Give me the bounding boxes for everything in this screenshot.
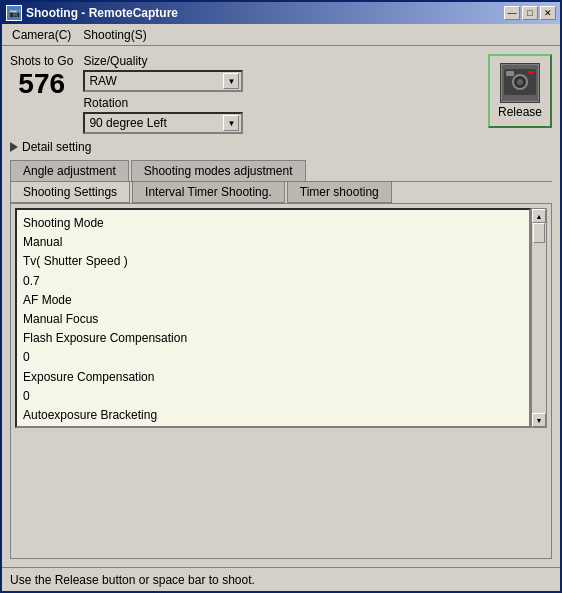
minimize-button[interactable]: —	[504, 6, 520, 20]
setting-value: 0	[23, 425, 523, 428]
title-bar: 📷 Shooting - RemoteCapture — □ ✕	[2, 2, 560, 24]
setting-value: 0	[23, 387, 523, 406]
setting-name: Exposure Compensation	[23, 368, 523, 387]
svg-rect-6	[528, 71, 534, 74]
detail-toggle[interactable]: Detail setting	[10, 140, 552, 154]
setting-value: Manual Focus	[23, 310, 523, 329]
release-button[interactable]: Release	[488, 54, 552, 128]
detail-label: Detail setting	[22, 140, 91, 154]
tab-shooting-settings[interactable]: Shooting Settings	[10, 182, 130, 203]
size-quality-dropdown[interactable]: RAW Large Fine Large Normal ▼	[83, 70, 243, 92]
setting-name: Shooting Mode	[23, 214, 523, 233]
camera-svg	[502, 65, 538, 101]
setting-value: 0.7	[23, 272, 523, 291]
main-window: 📷 Shooting - RemoteCapture — □ ✕ Camera(…	[0, 0, 562, 593]
menu-camera[interactable]: Camera(C)	[6, 26, 77, 44]
size-quality-section: Size/Quality RAW Large Fine Large Normal…	[83, 54, 478, 92]
first-tab-row: Angle adjustment Shooting modes adjustme…	[10, 160, 552, 181]
menu-bar: Camera(C) Shooting(S)	[2, 24, 560, 46]
shots-value: 576	[10, 68, 73, 98]
setting-value: Manual	[23, 233, 523, 252]
scroll-thumb[interactable]	[533, 223, 545, 243]
release-label: Release	[498, 105, 542, 119]
setting-name: AF Mode	[23, 291, 523, 310]
scrollbar[interactable]: ▲ ▼	[531, 208, 547, 428]
rotation-section: Rotation 90 degree Left None 90 degree R…	[83, 96, 478, 134]
shots-label: Shots to Go	[10, 54, 73, 68]
window-title: Shooting - RemoteCapture	[26, 6, 178, 20]
detail-triangle-icon	[10, 142, 18, 152]
tab-interval-timer[interactable]: Interval Timer Shooting.	[132, 182, 285, 203]
setting-value: 0	[23, 348, 523, 367]
svg-point-4	[517, 79, 523, 85]
tab-panel: Shooting Mode ManualTv( Shutter Speed ) …	[10, 203, 552, 559]
setting-name: Flash Exposure Compensation	[23, 329, 523, 348]
setting-name: Autoexposure Bracketing	[23, 406, 523, 425]
top-row: Shots to Go 576 Size/Quality RAW Large F…	[10, 54, 552, 134]
rotation-label: Rotation	[83, 96, 478, 110]
maximize-button[interactable]: □	[522, 6, 538, 20]
rotation-arrow: ▼	[223, 115, 239, 131]
setting-name: Tv( Shutter Speed )	[23, 252, 523, 271]
rotation-dropdown[interactable]: 90 degree Left None 90 degree Right 180 …	[83, 112, 243, 134]
title-buttons: — □ ✕	[504, 6, 556, 20]
settings-list[interactable]: Shooting Mode ManualTv( Shutter Speed ) …	[15, 208, 531, 428]
settings-list-container: Shooting Mode ManualTv( Shutter Speed ) …	[15, 208, 547, 428]
close-button[interactable]: ✕	[540, 6, 556, 20]
app-icon: 📷	[6, 5, 22, 21]
status-bar: Use the Release button or space bar to s…	[2, 567, 560, 591]
title-bar-left: 📷 Shooting - RemoteCapture	[6, 5, 178, 21]
status-text: Use the Release button or space bar to s…	[10, 573, 255, 587]
shots-section: Shots to Go 576	[10, 54, 73, 98]
svg-rect-5	[506, 71, 514, 76]
menu-shooting[interactable]: Shooting(S)	[77, 26, 152, 44]
size-quality-arrow: ▼	[223, 73, 239, 89]
size-quality-select[interactable]: RAW Large Fine Large Normal	[89, 74, 237, 88]
tabs-container: Angle adjustment Shooting modes adjustme…	[10, 160, 552, 559]
release-icon	[500, 63, 540, 103]
tab-shooting-modes[interactable]: Shooting modes adjustment	[131, 160, 306, 181]
tab-timer-shooting[interactable]: Timer shooting	[287, 182, 392, 203]
middle-section: Size/Quality RAW Large Fine Large Normal…	[83, 54, 478, 134]
main-content: Shots to Go 576 Size/Quality RAW Large F…	[2, 46, 560, 567]
scroll-down-button[interactable]: ▼	[532, 413, 546, 427]
tab-angle-adjustment[interactable]: Angle adjustment	[10, 160, 129, 181]
second-tab-row: Shooting Settings Interval Timer Shootin…	[10, 181, 552, 203]
size-quality-label: Size/Quality	[83, 54, 478, 68]
scroll-up-button[interactable]: ▲	[532, 209, 546, 223]
rotation-select[interactable]: 90 degree Left None 90 degree Right 180 …	[89, 116, 237, 130]
